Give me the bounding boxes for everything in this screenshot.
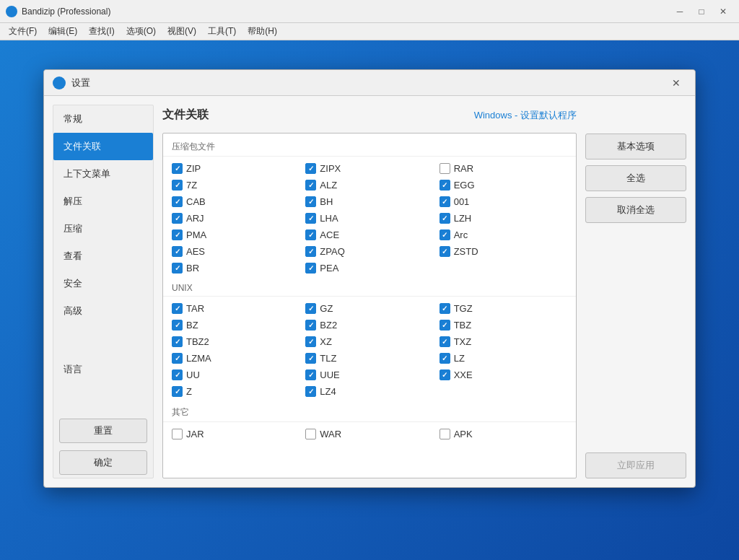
checkbox-cab-box bbox=[172, 196, 183, 207]
menu-file[interactable]: 文件(F) bbox=[3, 24, 43, 39]
dialog-body: 常规 文件关联 上下文菜单 解压 压缩 查看 安全 高级 语言 重置 确定 文件… bbox=[44, 96, 695, 487]
checkbox-rar[interactable]: RAR bbox=[437, 161, 570, 176]
checkbox-tgz-label: TGZ bbox=[454, 303, 473, 314]
checkbox-zpaq[interactable]: ZPAQ bbox=[302, 244, 436, 259]
checkbox-tbz[interactable]: TBZ bbox=[437, 318, 570, 333]
sidebar-item-compress[interactable]: 压缩 bbox=[53, 215, 153, 242]
apply-button: 立即应用 bbox=[585, 452, 686, 478]
checkbox-xxe-box bbox=[440, 369, 450, 380]
checkbox-tlz[interactable]: TLZ bbox=[302, 351, 436, 366]
checkbox-tar-box bbox=[172, 303, 183, 314]
maximize-button[interactable]: □ bbox=[691, 4, 712, 19]
menu-view[interactable]: 视图(V) bbox=[162, 24, 202, 39]
checkbox-br[interactable]: BR bbox=[169, 261, 302, 276]
checkbox-bz[interactable]: BZ bbox=[169, 318, 302, 333]
menu-options[interactable]: 选项(O) bbox=[121, 24, 162, 39]
checkbox-pea-label: PEA bbox=[320, 263, 338, 274]
menu-edit[interactable]: 编辑(E) bbox=[43, 24, 83, 39]
sidebar-item-context-menu[interactable]: 上下文菜单 bbox=[53, 160, 153, 188]
checkbox-z[interactable]: Z bbox=[169, 384, 302, 399]
checkbox-egg[interactable]: EGG bbox=[437, 178, 570, 193]
checkbox-001[interactable]: 001 bbox=[437, 194, 570, 209]
sidebar-item-general[interactable]: 常规 bbox=[53, 105, 153, 133]
checkbox-tbz-box bbox=[440, 320, 450, 331]
checkbox-tgz[interactable]: TGZ bbox=[437, 301, 570, 316]
checkbox-lha[interactable]: LHA bbox=[302, 211, 436, 226]
checkbox-gz[interactable]: GZ bbox=[302, 301, 436, 316]
checkbox-aes-box bbox=[172, 246, 183, 257]
checkbox-aes[interactable]: AES bbox=[169, 244, 302, 259]
checkbox-pea[interactable]: PEA bbox=[302, 261, 436, 276]
menu-find[interactable]: 查找(I) bbox=[83, 24, 120, 39]
minimize-button[interactable]: ─ bbox=[670, 4, 690, 19]
sidebar-item-language[interactable]: 语言 bbox=[53, 356, 153, 383]
app-icon bbox=[6, 6, 17, 17]
checkbox-lz4[interactable]: LZ4 bbox=[302, 384, 436, 399]
sidebar-item-security[interactable]: 安全 bbox=[53, 270, 153, 297]
sidebar-item-view[interactable]: 查看 bbox=[53, 242, 153, 270]
sidebar-item-advanced[interactable]: 高级 bbox=[53, 297, 153, 325]
checkbox-uu[interactable]: UU bbox=[169, 367, 302, 382]
basic-options-button[interactable]: 基本选项 bbox=[585, 134, 686, 159]
checkbox-uue[interactable]: UUE bbox=[302, 367, 436, 382]
checkbox-xxe[interactable]: XXE bbox=[437, 367, 570, 382]
checkbox-7z-box bbox=[172, 180, 183, 191]
file-list-container[interactable]: 压缩包文件 ZIP ZIPX RAR bbox=[162, 133, 577, 478]
checkbox-alz-label: ALZ bbox=[320, 180, 337, 191]
checkbox-tar[interactable]: TAR bbox=[169, 301, 302, 316]
checkbox-zstd-box bbox=[440, 246, 450, 257]
checkbox-zipx-label: ZIPX bbox=[320, 163, 341, 174]
checkbox-zip-label: ZIP bbox=[186, 163, 201, 174]
checkbox-pma[interactable]: PMA bbox=[169, 227, 302, 242]
checkbox-lzh[interactable]: LZH bbox=[437, 211, 570, 226]
checkbox-jar[interactable]: JAR bbox=[169, 426, 302, 442]
checkbox-cab[interactable]: CAB bbox=[169, 194, 302, 209]
checkbox-lz[interactable]: LZ bbox=[437, 351, 570, 366]
menu-tools[interactable]: 工具(T) bbox=[202, 24, 242, 39]
checkbox-7z[interactable]: 7Z bbox=[169, 178, 302, 193]
checkbox-lha-box bbox=[305, 213, 316, 224]
sidebar-item-file-assoc[interactable]: 文件关联 bbox=[53, 133, 153, 160]
checkbox-pma-box bbox=[172, 229, 183, 240]
checkbox-alz[interactable]: ALZ bbox=[302, 178, 436, 193]
checkbox-rar-label: RAR bbox=[454, 163, 473, 174]
windows-default-link[interactable]: Windows - 设置默认程序 bbox=[474, 109, 577, 122]
checkbox-arc-label: Arc bbox=[454, 229, 468, 240]
checkbox-pea-box bbox=[305, 263, 316, 274]
checkbox-zstd[interactable]: ZSTD bbox=[437, 244, 570, 259]
checkbox-txz-box bbox=[440, 336, 450, 347]
checkbox-war-box bbox=[305, 429, 316, 439]
sidebar-item-extract[interactable]: 解压 bbox=[53, 188, 153, 215]
checkbox-zip[interactable]: ZIP bbox=[169, 161, 302, 176]
checkbox-rar-box bbox=[440, 163, 450, 174]
checkbox-cab-label: CAB bbox=[186, 196, 206, 207]
checkbox-bz2[interactable]: BZ2 bbox=[302, 318, 436, 333]
checkbox-arj-box bbox=[172, 213, 183, 224]
reset-button[interactable]: 重置 bbox=[59, 419, 147, 443]
checkbox-001-box bbox=[440, 196, 450, 207]
checkbox-bh[interactable]: BH bbox=[302, 194, 436, 209]
checkbox-txz[interactable]: TXZ bbox=[437, 334, 570, 349]
checkbox-arc[interactable]: Arc bbox=[437, 227, 570, 242]
checkbox-bz2-label: BZ2 bbox=[320, 320, 337, 331]
ok-button[interactable]: 确定 bbox=[59, 450, 147, 475]
deselect-all-button[interactable]: 取消全选 bbox=[585, 197, 686, 223]
checkbox-apk[interactable]: APK bbox=[437, 426, 570, 442]
checkbox-tbz2[interactable]: TBZ2 bbox=[169, 334, 302, 349]
checkbox-lz4-label: LZ4 bbox=[320, 386, 336, 397]
checkbox-ace-label: ACE bbox=[320, 229, 339, 240]
close-button[interactable]: ✕ bbox=[713, 4, 733, 19]
checkbox-lzma[interactable]: LZMA bbox=[169, 351, 302, 366]
select-all-button[interactable]: 全选 bbox=[585, 165, 686, 191]
checkbox-lha-label: LHA bbox=[320, 213, 338, 224]
checkbox-war[interactable]: WAR bbox=[302, 426, 436, 442]
dialog-close-button[interactable]: ✕ bbox=[666, 74, 686, 92]
checkbox-arj[interactable]: ARJ bbox=[169, 211, 302, 226]
checkbox-bh-label: BH bbox=[320, 196, 333, 207]
checkbox-ace[interactable]: ACE bbox=[302, 227, 436, 242]
checkbox-zipx-box bbox=[305, 163, 316, 174]
dialog-icon bbox=[53, 76, 66, 89]
menu-help[interactable]: 帮助(H) bbox=[242, 24, 283, 39]
checkbox-xz[interactable]: XZ bbox=[302, 334, 436, 349]
checkbox-zipx[interactable]: ZIPX bbox=[302, 161, 436, 176]
